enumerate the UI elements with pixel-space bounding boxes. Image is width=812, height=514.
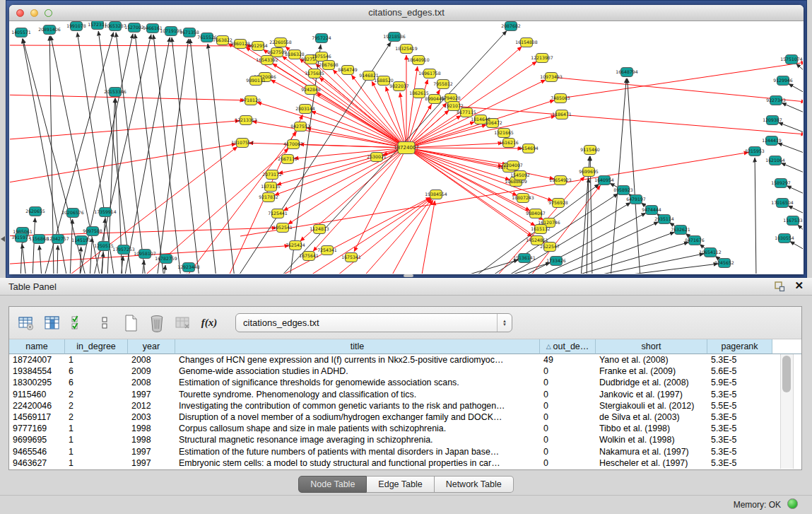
citation-edge[interactable] [421, 201, 435, 274]
citation-edge[interactable] [271, 80, 406, 148]
citation-edge[interactable] [190, 39, 216, 274]
cell-name[interactable]: 9463627 [9, 457, 65, 469]
cell-name[interactable]: 18300295 [9, 377, 65, 388]
citation-edge[interactable] [185, 132, 297, 274]
citation-edge[interactable] [455, 260, 518, 274]
table-row[interactable]: 1872400712008Changes of HCN gene express… [9, 354, 801, 366]
unselect-all-columns-icon[interactable] [95, 313, 114, 333]
cell-year[interactable]: 1997 [128, 446, 175, 457]
cell-pagerank[interactable]: 5.9E-5 [707, 377, 772, 388]
citation-edge[interactable] [274, 148, 406, 195]
cell-in_degree[interactable]: 2 [65, 400, 128, 411]
table-row[interactable]: 1938455462009Genome-wide association stu… [9, 366, 801, 377]
citation-edge[interactable] [790, 241, 803, 250]
citation-edge[interactable] [70, 219, 73, 274]
citation-edge[interactable] [755, 158, 756, 274]
panel-collapse-arrow-icon[interactable] [1, 236, 5, 242]
select-all-columns-icon[interactable] [69, 313, 88, 333]
cell-pagerank[interactable]: 5.3E-5 [707, 411, 772, 423]
cell-short[interactable]: Wolkin et al. (1998) [596, 434, 707, 445]
cell-title[interactable]: Embryonic stem cells: a model to study s… [175, 457, 540, 469]
network-canvas[interactable]: 1872400714055712089140619910781572311106… [10, 21, 803, 274]
table-selector-dropdown[interactable]: citations_edges.txt ▲▼ [235, 313, 512, 332]
citation-edge[interactable] [406, 148, 522, 148]
cell-short[interactable]: Franke et al. (2009) [596, 366, 707, 377]
cell-name[interactable]: 9777169 [9, 423, 65, 434]
cell-name[interactable]: 19384554 [9, 366, 65, 377]
citation-edge[interactable] [10, 95, 245, 100]
column-header-year[interactable]: year [128, 339, 175, 354]
cell-in_degree[interactable]: 1 [65, 434, 128, 445]
cell-year[interactable]: 1997 [128, 457, 175, 469]
cell-title[interactable]: Estimation of the future numbers of pati… [175, 446, 540, 457]
citation-edge[interactable] [581, 254, 704, 274]
column-header-name[interactable]: name [9, 339, 65, 354]
cell-out_degree[interactable]: 0 [540, 457, 596, 469]
cell-pagerank[interactable]: 5.3E-5 [707, 354, 772, 366]
citation-edge[interactable] [20, 238, 23, 274]
citation-edge[interactable] [788, 206, 803, 214]
cell-short[interactable]: Jankovic et al. (1997) [596, 389, 707, 400]
function-builder-icon[interactable]: f(x) [199, 313, 219, 333]
citation-edge[interactable] [782, 103, 803, 113]
citation-edge[interactable] [777, 143, 803, 153]
table-row[interactable]: 1456911722003Disruption of a novel membe… [9, 411, 801, 423]
cell-title[interactable]: Structural magnetic resonance image aver… [175, 434, 540, 445]
cell-out_degree[interactable]: 0 [540, 411, 596, 423]
create-new-attribute-icon[interactable] [121, 313, 141, 333]
citation-edge[interactable] [781, 163, 803, 173]
citation-edge[interactable] [22, 244, 26, 274]
cell-out_degree[interactable]: 0 [540, 434, 596, 445]
cell-out_degree[interactable]: 0 [540, 389, 596, 400]
vertical-scrollbar[interactable] [780, 354, 794, 469]
cell-in_degree[interactable]: 1 [65, 457, 128, 469]
table-row[interactable]: 911546021997Tourette syndrome. Phenomeno… [9, 389, 801, 400]
citation-edge[interactable] [787, 186, 803, 194]
citation-edge[interactable] [135, 34, 164, 274]
cell-title[interactable]: Investigating the contribution of common… [175, 400, 540, 411]
table-row[interactable]: 969969511998Structural magnetic resonanc… [9, 434, 801, 445]
citation-edge[interactable] [778, 122, 803, 133]
table-row[interactable]: 977716911998Corpus callosum shape and si… [9, 423, 801, 434]
cell-title[interactable]: Disruption of a novel member of a sodium… [175, 411, 540, 423]
cell-title[interactable]: Estimation of significance thresholds fo… [175, 377, 540, 388]
cell-in_degree[interactable]: 2 [65, 389, 128, 400]
citation-edge[interactable] [305, 198, 430, 274]
citation-edge[interactable] [499, 263, 550, 274]
citation-edge[interactable] [406, 122, 475, 148]
cell-pagerank[interactable]: 5.3E-5 [707, 457, 772, 469]
citation-edge[interactable] [40, 245, 42, 274]
table-row[interactable]: 946554611997Estimation of the future num… [9, 446, 801, 457]
cell-short[interactable]: Tibbo et al. (1998) [596, 423, 707, 434]
citation-edge[interactable] [560, 62, 803, 98]
cell-short[interactable]: Hescheler et al. (1997) [596, 457, 707, 469]
tab-edge-table[interactable]: Edge Table [367, 476, 434, 493]
citation-edge[interactable] [796, 64, 803, 72]
column-header-out_de[interactable]: △out_de… [540, 339, 596, 354]
cell-pagerank[interactable]: 5.3E-5 [707, 389, 772, 400]
cell-year[interactable]: 1998 [128, 423, 175, 434]
citation-edge[interactable] [10, 228, 276, 236]
cell-title[interactable]: Corpus callosum shape and size in male p… [175, 423, 540, 434]
citation-edge[interactable] [628, 78, 640, 274]
cell-out_degree[interactable]: 0 [540, 446, 596, 457]
scrollbar-thumb[interactable] [782, 356, 791, 392]
cell-name[interactable]: 22420046 [9, 400, 65, 411]
citation-network-graph[interactable]: 1872400714055712089140619910781572311106… [10, 21, 803, 274]
cell-title[interactable]: Tourette syndrome. Phenomenology and cla… [175, 389, 540, 400]
cell-pagerank[interactable]: 5.6E-5 [707, 366, 772, 377]
cell-year[interactable]: 2012 [128, 400, 175, 411]
cell-short[interactable]: de Silva et al. (2003) [596, 411, 707, 423]
cell-year[interactable]: 2009 [128, 366, 175, 377]
cell-in_degree[interactable]: 1 [65, 354, 128, 366]
cell-year[interactable]: 1997 [128, 389, 175, 400]
network-window-titlebar[interactable]: citations_edges.txt [9, 5, 804, 21]
citation-edge[interactable] [406, 148, 507, 165]
cell-short[interactable]: Yano et al. (2008) [596, 354, 707, 366]
cell-year[interactable]: 2008 [128, 377, 175, 388]
cell-short[interactable]: Dudbridge et al. (2008) [596, 377, 707, 388]
citation-edge[interactable] [798, 225, 803, 232]
cell-year[interactable]: 2003 [128, 411, 175, 423]
cell-name[interactable]: 18724007 [9, 354, 65, 366]
citation-edge[interactable] [90, 238, 92, 274]
